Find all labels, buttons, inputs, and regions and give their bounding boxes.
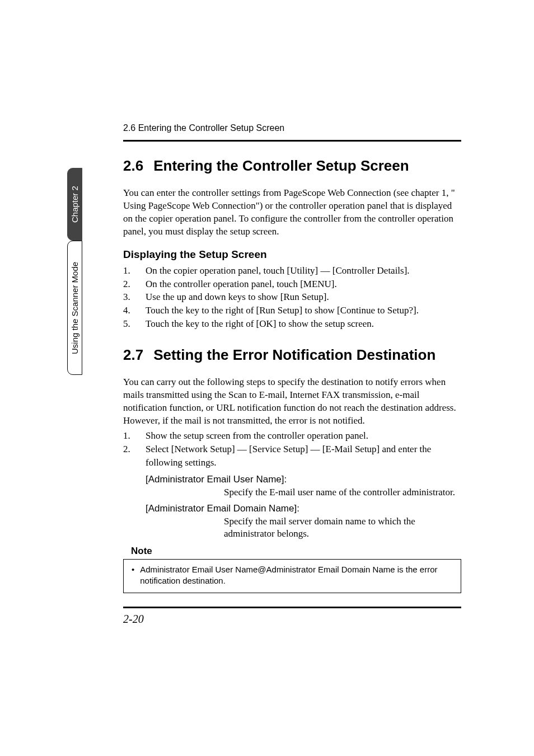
step-text: On the copier operation panel, touch [Ut… <box>146 264 410 278</box>
list-item: 2.Select [Network Setup] — [Service Setu… <box>123 443 461 469</box>
list-item: 2.On the controller operation panel, tou… <box>123 278 461 291</box>
steps-2-7: 1.Show the setup screen from the control… <box>123 429 461 469</box>
note-label: Note <box>131 546 461 557</box>
header-rule <box>123 140 461 142</box>
running-head: 2.6 Entering the Controller Setup Screen <box>123 123 461 133</box>
page: Chapter 2 Using the Scanner Mode 2.6 Ent… <box>0 0 534 756</box>
footer-rule <box>123 607 461 608</box>
step-number: 5. <box>123 317 133 331</box>
step-number: 2. <box>123 443 133 469</box>
step-text: Touch the key to the right of [Run Setup… <box>146 304 419 317</box>
page-number: 2-20 <box>123 613 461 626</box>
list-item: 1.On the copier operation panel, touch [… <box>123 264 461 278</box>
section-number: 2.6 <box>123 157 143 174</box>
note-box: • Administrator Email User Name@Administ… <box>123 559 461 593</box>
list-item: 5.Touch the key to the right of [OK] to … <box>123 317 461 331</box>
list-item: 3.Use the up and down keys to show [Run … <box>123 290 461 304</box>
step-text: On the controller operation panel, touch… <box>146 278 337 291</box>
list-item: 1.Show the setup screen from the control… <box>123 429 461 443</box>
step-number: 2. <box>123 278 133 291</box>
section-number: 2.7 <box>123 346 143 363</box>
chapter-tab: Chapter 2 <box>67 168 82 241</box>
note-bullet: • Administrator Email User Name@Administ… <box>132 564 453 587</box>
section-2-7-intro: You can carry out the following steps to… <box>123 376 461 428</box>
section-2-6-subhead: Displaying the Setup Screen <box>123 248 461 261</box>
step-text: Touch the key to the right of [OK] to sh… <box>146 317 374 331</box>
step-number: 1. <box>123 429 133 443</box>
definition-term: [Administrator Email User Name]: <box>146 474 461 485</box>
steps-2-6: 1.On the copier operation panel, touch [… <box>123 264 461 331</box>
list-item: 4.Touch the key to the right of [Run Set… <box>123 304 461 317</box>
step-text: Select [Network Setup] — [Service Setup]… <box>146 443 461 469</box>
definition-term: [Administrator Email Domain Name]: <box>146 503 461 514</box>
definition-desc: Specify the E-mail user name of the cont… <box>224 486 461 499</box>
side-tabs: Chapter 2 Using the Scanner Mode <box>67 168 90 375</box>
step-number: 3. <box>123 290 133 304</box>
step-text: Show the setup screen from the controlle… <box>146 429 368 443</box>
step-number: 1. <box>123 264 133 278</box>
note-text: Administrator Email User Name@Administra… <box>140 564 453 587</box>
step-text: Use the up and down keys to show [Run Se… <box>146 290 329 304</box>
section-2-7-heading: 2.7Setting the Error Notification Destin… <box>123 346 461 364</box>
mode-tab: Using the Scanner Mode <box>67 241 82 375</box>
section-2-6-heading: 2.6Entering the Controller Setup Screen <box>123 157 461 175</box>
bullet-icon: • <box>132 564 134 587</box>
section-title: Setting the Error Notification Destinati… <box>153 346 435 363</box>
definition-desc: Specify the mail server domain name to w… <box>224 515 461 540</box>
section-2-6-intro: You can enter the controller settings fr… <box>123 187 461 238</box>
section-title: Entering the Controller Setup Screen <box>153 157 409 174</box>
step-number: 4. <box>123 304 133 317</box>
